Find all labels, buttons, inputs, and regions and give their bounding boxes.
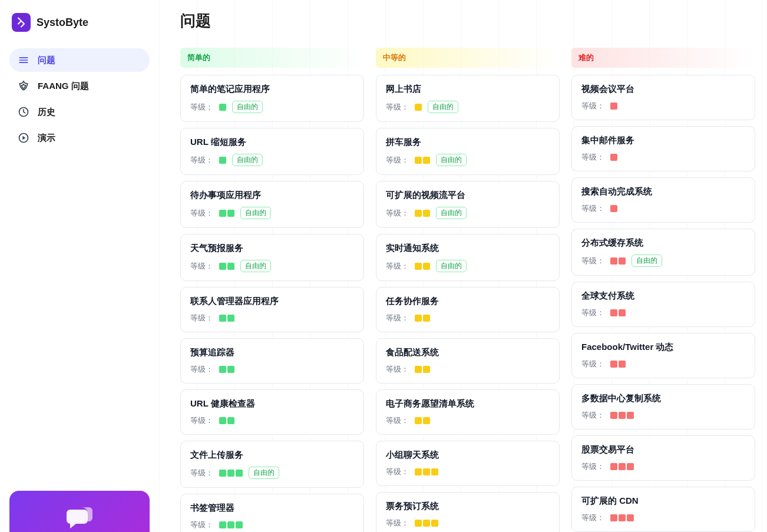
level-square: [610, 361, 617, 368]
brand-icon: [12, 13, 31, 32]
problem-card[interactable]: 可扩展的 CDN等级：: [571, 487, 755, 532]
brand-logo[interactable]: SystoByte: [9, 9, 150, 44]
problem-title: 集中邮件服务: [581, 135, 745, 146]
problem-meta: 等级：: [581, 203, 745, 214]
problem-card[interactable]: 联系人管理器应用程序等级：: [180, 287, 364, 332]
problem-card[interactable]: 文件上传服务等级：自由的: [180, 441, 364, 488]
level-indicator: [610, 412, 634, 419]
page-title: 问题: [180, 11, 755, 31]
level-square: [219, 104, 226, 111]
problem-card[interactable]: 集中邮件服务等级：: [571, 126, 755, 171]
nav-item-faang-problems[interactable]: FAANG 问题: [9, 74, 150, 98]
level-label: 等级：: [581, 359, 604, 369]
level-square: [423, 210, 430, 217]
problem-meta: 等级：: [581, 513, 745, 523]
problems-columns: 简单的简单的笔记应用程序等级：自由的URL 缩短服务等级：自由的待办事项应用程序…: [180, 48, 755, 532]
feedback-card: 帮助我们改进 您的反馈让我们变得更好！ 提交反馈: [9, 491, 150, 532]
level-square: [610, 412, 617, 419]
problem-card[interactable]: 股票交易平台等级：: [571, 435, 755, 481]
level-square: [415, 210, 422, 217]
level-square: [423, 263, 430, 270]
brand-name: SystoByte: [37, 16, 88, 29]
level-square: [431, 468, 438, 475]
problem-card[interactable]: Facebook/Twitter 动态等级：: [571, 333, 755, 378]
level-label: 等级：: [190, 520, 213, 530]
level-square: [619, 463, 626, 470]
level-label: 等级：: [190, 468, 213, 478]
column-header-easy: 简单的: [180, 48, 364, 68]
problem-meta: 等级：自由的: [190, 207, 354, 219]
level-label: 等级：: [581, 203, 604, 214]
level-square: [219, 263, 226, 270]
problem-card[interactable]: 任务协作服务等级：: [376, 287, 560, 332]
problem-card[interactable]: 简单的笔记应用程序等级：自由的: [180, 75, 364, 122]
level-square: [219, 210, 226, 217]
level-square: [619, 514, 626, 521]
level-label: 等级：: [190, 208, 213, 219]
sidebar: SystoByte 问题FAANG 问题历史演示 帮助我们改进 您的反馈让我们变…: [0, 0, 159, 532]
free-badge: 自由的: [436, 260, 467, 272]
problem-card[interactable]: 全球支付系统等级：: [571, 282, 755, 327]
level-indicator: [610, 361, 626, 368]
problem-card[interactable]: 视频会议平台等级：: [571, 75, 755, 120]
free-badge: 自由的: [436, 154, 467, 166]
level-square: [227, 417, 234, 424]
problem-card[interactable]: 待办事项应用程序等级：自由的: [180, 181, 364, 228]
level-square: [423, 520, 430, 527]
level-label: 等级：: [386, 415, 409, 426]
problem-title: 票务预订系统: [386, 501, 550, 512]
problem-card[interactable]: 书签管理器等级：: [180, 494, 364, 532]
problem-card[interactable]: 分布式缓存系统等级：自由的: [571, 229, 755, 276]
level-square: [423, 417, 430, 424]
level-square: [415, 104, 422, 111]
level-indicator: [610, 514, 634, 521]
nav-item-history[interactable]: 历史: [9, 100, 150, 124]
problem-title: 视频会议平台: [581, 84, 745, 95]
nav-item-problems[interactable]: 问题: [9, 48, 150, 72]
level-label: 等级：: [386, 313, 409, 323]
problem-card[interactable]: URL 缩短服务等级：自由的: [180, 128, 364, 175]
problem-card[interactable]: 可扩展的视频流平台等级：自由的: [376, 181, 560, 228]
free-badge: 自由的: [428, 101, 458, 113]
problem-meta: 等级：自由的: [190, 154, 354, 166]
level-label: 等级：: [190, 313, 213, 323]
level-square: [431, 520, 438, 527]
problem-meta: 等级：: [581, 410, 745, 421]
level-square: [219, 366, 226, 373]
level-square: [219, 521, 226, 528]
problem-title: 待办事项应用程序: [190, 190, 354, 201]
problem-meta: 等级：自由的: [581, 255, 745, 267]
level-square: [619, 257, 626, 265]
level-label: 等级：: [581, 410, 604, 421]
problem-card[interactable]: 网上书店等级：自由的: [376, 75, 560, 122]
level-indicator: [610, 257, 626, 265]
nav-item-demo[interactable]: 演示: [9, 126, 150, 150]
level-indicator: [415, 104, 422, 111]
level-indicator: [610, 205, 617, 212]
problem-card[interactable]: 票务预订系统等级：: [376, 492, 560, 532]
level-label: 等级：: [386, 208, 409, 219]
problem-card[interactable]: 拼车服务等级：自由的: [376, 128, 560, 175]
card-list: 简单的笔记应用程序等级：自由的URL 缩短服务等级：自由的待办事项应用程序等级：…: [180, 75, 364, 532]
level-square: [227, 315, 234, 322]
problem-meta: 等级：自由的: [190, 260, 354, 272]
problem-card[interactable]: 电子商务愿望清单系统等级：: [376, 389, 560, 435]
level-indicator: [415, 468, 438, 475]
problem-meta: 等级：: [386, 415, 550, 426]
problem-card[interactable]: URL 健康检查器等级：: [180, 389, 364, 435]
problem-card[interactable]: 预算追踪器等级：: [180, 338, 364, 384]
level-indicator: [610, 103, 617, 110]
problem-card[interactable]: 食品配送系统等级：: [376, 338, 560, 384]
sidebar-nav: 问题FAANG 问题历史演示: [9, 48, 150, 150]
problem-card[interactable]: 搜索自动完成系统等级：: [571, 177, 755, 223]
level-indicator: [219, 470, 243, 477]
level-square: [610, 205, 617, 212]
problem-meta: 等级：: [190, 520, 354, 530]
level-label: 等级：: [581, 308, 604, 318]
problem-card[interactable]: 小组聊天系统等级：: [376, 441, 560, 486]
problem-card[interactable]: 天气预报服务等级：自由的: [180, 234, 364, 281]
problem-title: 联系人管理器应用程序: [190, 296, 354, 307]
problem-card[interactable]: 多数据中心复制系统等级：: [571, 384, 755, 429]
problem-card[interactable]: 实时通知系统等级：自由的: [376, 234, 560, 281]
problem-meta: 等级：: [190, 415, 354, 426]
